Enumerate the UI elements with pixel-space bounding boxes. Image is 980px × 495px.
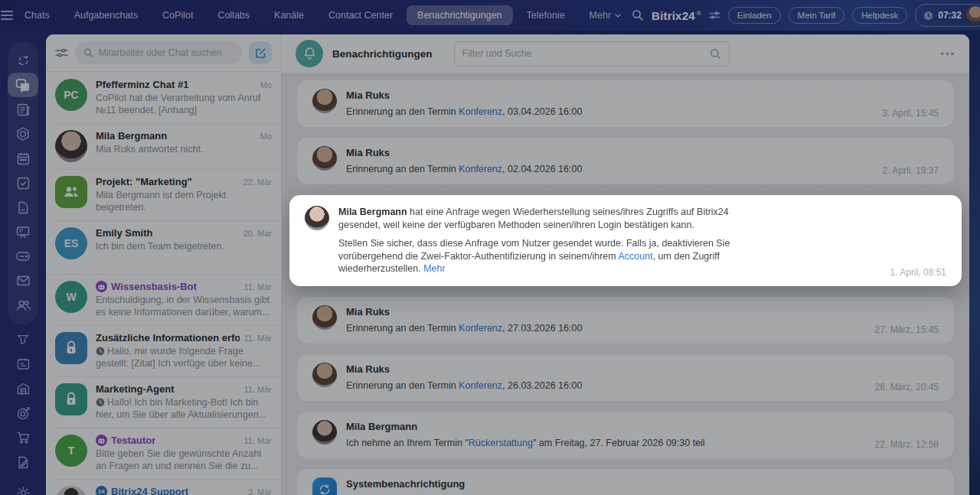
brand-reg-mark: ® [697, 10, 701, 17]
avatar: PC [55, 79, 87, 111]
search-icon[interactable] [632, 9, 644, 21]
mein-tarif-button[interactable]: Mein Tarif [789, 7, 845, 24]
filter-search-input[interactable] [462, 48, 704, 59]
settings-gear-icon[interactable] [8, 480, 38, 495]
tab-mehr-label: Mehr [590, 10, 611, 21]
crm-funnel-icon[interactable] [8, 327, 38, 352]
ai-assistant-icon[interactable] [8, 48, 38, 73]
sign-document-icon[interactable] [8, 450, 38, 474]
list-item[interactable]: Projekt: "Marketing"22. Mär Mila Bergman… [46, 169, 281, 220]
chat-date: 22. Mär [243, 177, 272, 187]
account-link[interactable]: Account [618, 251, 652, 262]
notification-card[interactable]: Mila Bergmann Ich nehme an Ihrem Termin … [297, 412, 954, 458]
chats-icon[interactable] [8, 73, 38, 97]
list-item[interactable]: 24Bitrix24 Support3. Mär Sind Sie mir de… [46, 479, 281, 495]
topbar-right: Bitrix24® Einladen Mein Tarif Helpdesk 0… [632, 4, 980, 27]
einladen-button[interactable]: Einladen [728, 7, 781, 24]
calendar-icon[interactable] [8, 146, 38, 171]
konferenz-link[interactable]: Konferenz [459, 380, 502, 391]
list-item[interactable]: ES Emily Smith20. Mär Ich bin dem Team b… [46, 220, 281, 266]
konferenz-link[interactable]: Konferenz [459, 164, 502, 174]
chat-name: Mila Bergmann [96, 130, 167, 142]
highlighted-notification-card[interactable]: Mila Bergmann hat eine Anfrage wegen Wie… [289, 195, 962, 286]
notification-text: Mila Bergmann hat eine Anfrage wegen Wie… [338, 206, 752, 231]
notifications-panel: Benachrichtigungen ••• Mia Ruks Erinneru… [282, 34, 969, 495]
more-options-icon[interactable]: ••• [940, 48, 956, 60]
helpdesk-button[interactable]: Helpdesk [852, 7, 907, 24]
notification-sender: Systembenachrichtigung [346, 477, 939, 491]
documents-icon[interactable] [8, 195, 38, 220]
bitrix24-logo[interactable]: Bitrix24® [652, 9, 701, 22]
tab-telefonie[interactable]: Telefonie [516, 5, 576, 25]
chat-list: PC Pfefferminz Chat #1Mo CoPilot hat die… [46, 71, 281, 495]
warehouse-icon[interactable] [8, 376, 38, 401]
work-timer[interactable]: 07:32 [915, 4, 980, 27]
tab-contact-center[interactable]: Contact Center [318, 5, 403, 25]
chat-preview: Mia Ruks antwortet nicht. [96, 143, 272, 155]
clock-icon [923, 11, 933, 21]
tab-aufgabenchats[interactable]: Aufgabenchats [64, 5, 149, 25]
mail-icon[interactable] [8, 269, 38, 293]
list-item[interactable]: W Wissensbasis-Bot11. Mär Entschuldigung… [46, 274, 281, 325]
chat-filter-icon[interactable] [55, 47, 68, 58]
chat-name: Wissensbasis-Bot [96, 281, 197, 292]
konferenz-link[interactable]: Konferenz [459, 323, 502, 334]
list-item[interactable]: Marketing-Agent11. Mär Hallo! Ich bin Ma… [46, 376, 281, 428]
chat-search-box[interactable] [75, 41, 242, 64]
avatar: ES [55, 227, 87, 259]
feed-icon[interactable] [8, 97, 38, 122]
list-item[interactable]: T Testautor11. Mär Bitte geben Sie die g… [46, 428, 281, 479]
list-item[interactable]: Mila BergmannMo Mia Ruks antwortet nicht… [46, 123, 281, 169]
workgroups-icon[interactable] [8, 122, 38, 146]
tab-mehr[interactable]: Mehr [579, 5, 632, 25]
notifications-header: Benachrichtigungen ••• [282, 34, 969, 73]
hr-people-icon[interactable] [8, 293, 38, 318]
avatar[interactable] [966, 6, 980, 24]
chat-preview: Hallo, mir wurde folgende Frage gestellt… [96, 345, 272, 370]
avatar [55, 486, 87, 495]
chat-date: Mo [260, 80, 272, 90]
hamburger-menu-icon[interactable] [0, 10, 14, 21]
drive-icon[interactable] [8, 244, 38, 269]
avatar [55, 383, 87, 415]
list-item[interactable]: PC Pfefferminz Chat #1Mo CoPilot hat die… [46, 72, 281, 123]
timer-value: 07:32 [938, 10, 962, 21]
notification-time: 27. März, 15:45 [875, 324, 939, 335]
notification-text: Stellen Sie sicher, dass diese Anfrage v… [338, 237, 752, 275]
tasks-icon[interactable] [8, 171, 38, 195]
notification-card[interactable]: Mia Ruks Erinnerung an den Termin Konfer… [297, 354, 954, 401]
search-input[interactable] [99, 47, 234, 58]
notification-time: 22. März, 12:58 [875, 439, 939, 450]
bitrix24-badge-icon: 24 [96, 486, 107, 495]
shop-cart-icon[interactable] [8, 425, 38, 450]
notification-time: 2. April, 19:37 [883, 165, 939, 176]
marketing-target-icon[interactable] [8, 401, 38, 425]
notifications-search-box[interactable] [454, 41, 730, 67]
tab-chats[interactable]: Chats [14, 5, 60, 25]
mehr-link[interactable]: Mehr [423, 263, 445, 274]
chat-date: 3. Mär [248, 487, 272, 495]
plan-switcher-icon[interactable] [709, 11, 720, 20]
booking-icon[interactable] [8, 352, 38, 376]
lock-icon [65, 340, 77, 356]
notification-card[interactable]: Mia Ruks Erinnerung an den Termin Konfer… [297, 297, 954, 344]
page-title: Benachrichtigungen [332, 48, 433, 60]
chat-name: Emily Smith [96, 227, 152, 239]
rueckerstattung-link[interactable]: Rückerstattung [469, 438, 533, 448]
list-item[interactable]: Zusätzliche Informationen erforder...11.… [46, 325, 281, 376]
chat-date: 11. Mär [244, 334, 272, 343]
notification-card[interactable]: Mia Ruks Erinnerung an den Termin Konfer… [297, 138, 954, 184]
whiteboard-icon[interactable] [8, 220, 38, 244]
konferenz-link[interactable]: Konferenz [459, 106, 502, 117]
tab-copilot[interactable]: CoPilot [152, 5, 204, 25]
system-notification-card[interactable]: Systembenachrichtigung Automatisierungsr… [297, 469, 954, 495]
notification-sender: Mia Ruks [346, 363, 939, 376]
tab-collabs[interactable]: Collabs [207, 5, 260, 25]
notification-card[interactable]: Mia Ruks Erinnerung an den Termin Konfer… [297, 80, 954, 127]
bell-icon [296, 40, 323, 67]
tab-benachrichtigungen[interactable]: Benachrichtigungen [407, 5, 513, 25]
tab-kanaele[interactable]: Kanäle [263, 5, 315, 25]
new-chat-button[interactable] [249, 41, 272, 64]
brand-label: Bitrix24 [652, 9, 695, 22]
chat-name: 24Bitrix24 Support [96, 486, 188, 495]
